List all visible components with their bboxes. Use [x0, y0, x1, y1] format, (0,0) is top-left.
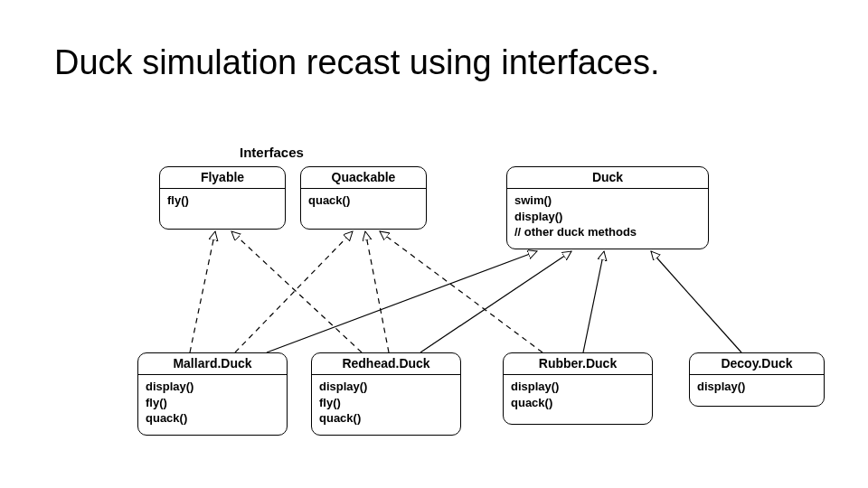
- class-box-flyable: Flyable fly(): [159, 166, 286, 230]
- svg-line-5: [267, 251, 537, 352]
- class-box-rubber: Rubber.Duck display() quack(): [503, 352, 653, 425]
- class-box-decoy: Decoy.Duck display(): [689, 352, 825, 407]
- class-body: quack(): [301, 189, 426, 216]
- class-name: Decoy.Duck: [690, 353, 824, 375]
- class-body: display(): [690, 375, 824, 402]
- svg-line-2: [231, 231, 362, 352]
- svg-line-8: [651, 251, 741, 352]
- svg-line-3: [365, 231, 389, 352]
- class-body: fly(): [160, 189, 285, 216]
- svg-line-1: [235, 231, 353, 352]
- class-body: display() fly() quack(): [138, 375, 287, 434]
- class-name: Redhead.Duck: [312, 353, 460, 375]
- class-box-quackable: Quackable quack(): [300, 166, 427, 230]
- class-body: swim() display() // other duck methods: [507, 189, 708, 248]
- section-label-interfaces: Interfaces: [240, 145, 304, 160]
- class-name: Quackable: [301, 167, 426, 189]
- class-box-mallard: Mallard.Duck display() fly() quack(): [137, 352, 288, 436]
- class-name: Flyable: [160, 167, 285, 189]
- svg-line-4: [380, 231, 542, 352]
- page-title: Duck simulation recast using interfaces.: [54, 43, 660, 82]
- svg-line-7: [583, 251, 604, 352]
- class-body: display() fly() quack(): [312, 375, 460, 434]
- svg-line-0: [190, 231, 215, 352]
- class-body: display() quack(): [504, 375, 652, 418]
- svg-line-6: [420, 251, 571, 352]
- class-name: Mallard.Duck: [138, 353, 287, 375]
- class-box-duck: Duck swim() display() // other duck meth…: [506, 166, 709, 249]
- class-box-redhead: Redhead.Duck display() fly() quack(): [311, 352, 461, 436]
- class-name: Rubber.Duck: [504, 353, 652, 375]
- class-name: Duck: [507, 167, 708, 189]
